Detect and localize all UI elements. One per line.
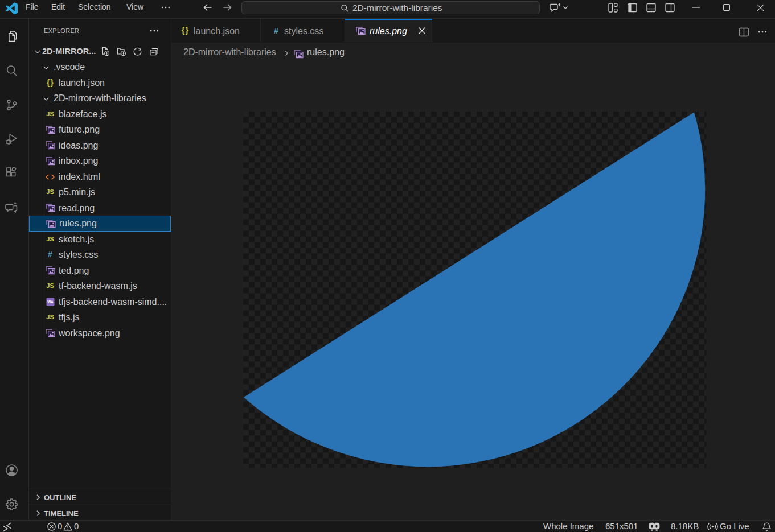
- svg-text:WA: WA: [47, 300, 54, 304]
